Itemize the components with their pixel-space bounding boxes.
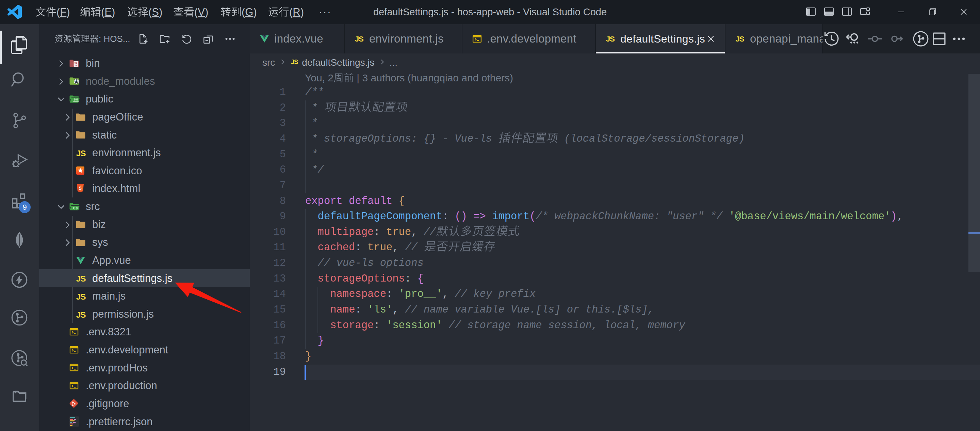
svg-text:JS: JS <box>76 149 86 158</box>
svg-text:5: 5 <box>79 185 82 191</box>
svg-text:10: 10 <box>75 64 78 67</box>
svg-text:JS: JS <box>76 274 86 283</box>
svg-text:JS: JS <box>76 310 86 319</box>
svg-text:JS: JS <box>75 80 78 83</box>
svg-text:JS: JS <box>76 292 86 301</box>
